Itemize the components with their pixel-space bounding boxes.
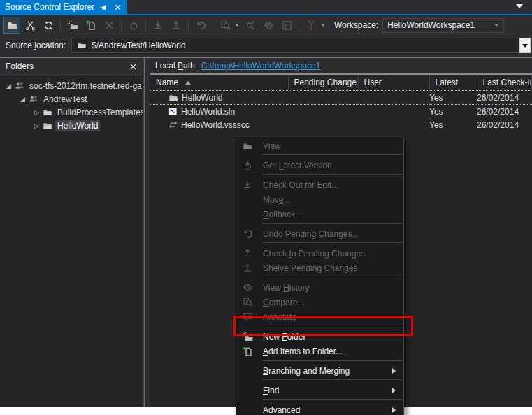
menu-item-add-items-to-folder[interactable]: Add Items to Folder... (236, 344, 403, 358)
menu-item-get-latest-version: Get Latest Version (236, 158, 403, 173)
menu-item-label: Check In Pending Changes (263, 249, 403, 259)
source-location-combo[interactable]: $/AndrewTest/HelloWorld (71, 38, 519, 53)
menu-item-advanced[interactable]: Advanced (236, 402, 403, 415)
menu-separator (262, 399, 402, 401)
workspace-tool-button[interactable] (22, 17, 38, 34)
tree-item-soc-tfs-2012rtm-testnet-red-ga[interactable]: ◢soc-tfs-2012rtm.testnet.red-ga (0, 79, 143, 92)
column-header-pending-change[interactable]: Pending Change (288, 75, 358, 91)
tree-item-helloworld[interactable]: ▷HelloWorld (0, 119, 143, 132)
folder-icon (41, 108, 53, 117)
cell-pending-change (288, 105, 358, 119)
table-row-helloworld-sln[interactable]: HelloWorld.slnYes26/02/2014 (150, 105, 532, 119)
source-control-explorer-window: Source Control Explorer Workspace: Hello… (0, 0, 532, 407)
show-folders-button[interactable] (3, 17, 20, 34)
pin-icon[interactable] (99, 3, 108, 12)
local-path-label: Local Path: (155, 61, 197, 71)
tree-item-label: soc-tfs-2012rtm.testnet.red-ga (27, 80, 143, 92)
delete-icon (105, 21, 114, 30)
menu-item-check-in-pending-changes: Check In Pending Changes (236, 246, 403, 261)
menu-item-compare: Compare... (236, 295, 403, 310)
chevron-down-icon[interactable] (321, 24, 325, 27)
panel-splitter[interactable] (144, 58, 150, 407)
folders-panel: Folders ◢soc-tfs-2012rtm.testnet.red-ga◢… (0, 58, 144, 407)
close-icon[interactable] (128, 61, 138, 71)
local-path-bar: Local Path: C:\temp\HelloWorldWorkspace1 (150, 58, 532, 73)
column-header-user[interactable]: User (358, 75, 429, 91)
table-row-helloworld[interactable]: HelloWorldYes26/02/2014 (150, 91, 532, 105)
menu-item-move: Move... (236, 192, 403, 207)
check-out-icon (153, 20, 163, 31)
get-latest-icon (240, 160, 254, 171)
menu-item-find[interactable]: Find (236, 383, 403, 398)
vssscc-icon (168, 120, 178, 129)
annotation-box (233, 316, 413, 336)
window-list-chevron-icon[interactable] (516, 4, 523, 8)
tree-item-buildprocesstemplates[interactable]: ▷BuildProcessTemplates (0, 105, 143, 119)
scissors-icon (25, 20, 36, 31)
expand-icon[interactable]: ▷ (32, 122, 41, 129)
cell-latest: Yes (429, 118, 477, 131)
submenu-arrow-icon (392, 368, 396, 374)
undo-icon (196, 20, 206, 31)
branch-button (303, 17, 319, 34)
tab-source-control-explorer[interactable]: Source Control Explorer (0, 0, 127, 14)
menu-item-undo-pending-changes: Undo Pending Changes... (236, 226, 403, 241)
delete-button (101, 17, 117, 34)
menu-separator (262, 379, 402, 381)
menu-item-label: Compare... (263, 298, 403, 307)
menu-item-label: View (263, 141, 403, 151)
toolbar-separator (121, 19, 122, 31)
cell-pending-change (288, 118, 358, 131)
compare-icon (240, 297, 254, 307)
get-latest-button (125, 17, 142, 34)
chevron-down-icon[interactable] (235, 24, 239, 27)
screenshot-root: Source Control Explorer Workspace: Hello… (0, 0, 532, 415)
menu-item-branching-and-merging[interactable]: Branching and Merging (236, 363, 403, 378)
workspace-combo[interactable]: HelloWorldWorkspace1 (382, 18, 504, 33)
file-grid: NamePending ChangeUserLatestLast Check-I… (150, 75, 532, 131)
new-folder-icon (67, 20, 79, 31)
column-header-last-check-in[interactable]: Last Check-In (477, 75, 532, 91)
toolbar-separator (299, 19, 299, 31)
local-path-link[interactable]: C:\temp\HelloWorldWorkspace1 (201, 61, 320, 71)
new-folder-button[interactable] (64, 17, 81, 34)
compare-alt-button (242, 17, 259, 34)
toolbar-separator (188, 19, 189, 31)
column-label: Name (156, 78, 178, 87)
collapse-icon[interactable]: ◢ (18, 96, 27, 103)
cell-latest: Yes (429, 105, 477, 119)
table-row-helloworld-vssscc[interactable]: HelloWorld.vsssccYes26/02/2014 (150, 118, 532, 131)
column-header-name[interactable]: Name (150, 75, 288, 91)
solution-icon (168, 106, 178, 117)
cell-user (358, 118, 429, 131)
add-items-button[interactable] (82, 17, 99, 34)
cell-pending-change (288, 91, 358, 105)
cell-user (358, 91, 429, 105)
check-in-icon (240, 248, 254, 259)
source-location-label: Source location: (6, 41, 66, 50)
shelve-icon (240, 263, 254, 273)
menu-separator (262, 277, 402, 279)
chevron-down-icon (494, 24, 498, 27)
tab-title: Source Control Explorer (5, 2, 94, 12)
document-tab-strip: Source Control Explorer (0, 0, 532, 14)
folder-icon (41, 121, 53, 131)
item-name: HelloWorld.vssscc (181, 120, 250, 130)
source-location-bar: Source location: $/AndrewTest/HelloWorld (0, 35, 532, 56)
expand-icon[interactable]: ▷ (32, 109, 41, 116)
cell-last-check-in: 26/02/2014 (477, 91, 532, 105)
menu-item-label: View History (263, 283, 403, 293)
menu-item-shelve-pending-changes: Shelve Pending Changes (236, 261, 403, 275)
column-header-latest[interactable]: Latest (429, 75, 477, 91)
undo-button (192, 17, 209, 34)
undo-icon (240, 228, 254, 239)
check-in-icon (171, 20, 181, 31)
source-location-dropdown-button[interactable] (519, 38, 531, 53)
close-icon[interactable] (113, 3, 122, 12)
cell-last-check-in: 26/02/2014 (477, 118, 532, 131)
collapse-icon[interactable]: ◢ (4, 82, 13, 89)
refresh-button[interactable] (40, 17, 57, 34)
tree-item-andrewtest[interactable]: ◢AndrewTest (0, 92, 143, 105)
compare-button (217, 17, 233, 34)
item-name: HelloWorld (182, 93, 222, 103)
